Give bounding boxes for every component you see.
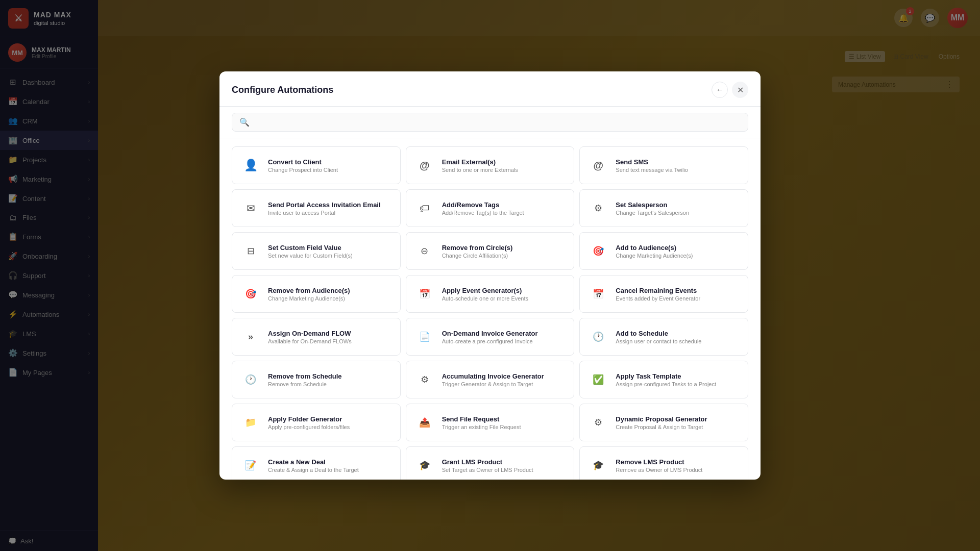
card-desc-dynamic-proposal-generator: Create Proposal & Assign to Target	[616, 424, 740, 430]
card-title-grant-lms-product: Grant LMS Product	[442, 458, 566, 466]
automation-card-assign-on-demand-flow[interactable]: » Assign On-Demand FLOW Available for On…	[232, 318, 401, 356]
card-text-create-new-deal: Create a New Deal Create & Assign a Deal…	[268, 458, 392, 473]
modal-back-button[interactable]: ←	[712, 82, 728, 98]
card-text-assign-on-demand-flow: Assign On-Demand FLOW Available for On-D…	[268, 330, 392, 344]
card-desc-add-to-audiences: Change Marketing Audience(s)	[616, 253, 740, 259]
automation-card-set-custom-field[interactable]: ⊟ Set Custom Field Value Set new value f…	[232, 232, 401, 270]
card-desc-create-new-deal: Create & Assign a Deal to the Target	[268, 467, 392, 473]
card-text-remove-from-circle: Remove from Circle(s) Change Circle Affi…	[442, 244, 566, 259]
card-title-send-sms: Send SMS	[616, 158, 740, 166]
card-title-add-to-audiences: Add to Audience(s)	[616, 244, 740, 252]
automation-card-apply-folder-generator[interactable]: 📁 Apply Folder Generator Apply pre-confi…	[232, 404, 401, 441]
card-icon-apply-event-generator: 📅	[414, 284, 435, 304]
card-text-send-portal-access: Send Portal Access Invitation Email Invi…	[268, 201, 392, 216]
card-desc-accumulating-invoice-generator: Trigger Generator & Assign to Target	[442, 381, 566, 387]
card-desc-remove-from-schedule: Remove from Schedule	[268, 381, 392, 387]
card-desc-add-to-schedule: Assign user or contact to schedule	[616, 338, 740, 344]
modal-close-button[interactable]: ✕	[732, 82, 748, 98]
card-icon-set-custom-field: ⊟	[240, 241, 261, 261]
automation-card-send-sms[interactable]: @ Send SMS Send text message via Twilio	[579, 146, 748, 184]
search-input[interactable]	[255, 118, 741, 127]
card-icon-apply-task-template: ✅	[588, 369, 608, 390]
card-text-grant-lms-product: Grant LMS Product Set Target as Owner of…	[442, 458, 566, 473]
card-text-apply-task-template: Apply Task Template Assign pre-configure…	[616, 372, 740, 387]
card-title-create-new-deal: Create a New Deal	[268, 458, 392, 466]
modal-header-actions: ← ✕	[712, 82, 748, 98]
card-icon-send-file-request: 📤	[414, 412, 435, 433]
card-desc-email-externals: Send to one or more Externals	[442, 167, 566, 173]
card-text-add-to-schedule: Add to Schedule Assign user or contact t…	[616, 330, 740, 344]
card-text-send-file-request: Send File Request Trigger an existing Fi…	[442, 415, 566, 430]
card-title-remove-from-audiences: Remove from Audience(s)	[268, 287, 392, 294]
automation-card-convert-to-client[interactable]: 👤 Convert to Client Change Prospect into…	[232, 146, 401, 184]
card-icon-add-to-audiences: 🎯	[588, 241, 608, 261]
card-desc-apply-folder-generator: Apply pre-configured folders/files	[268, 424, 392, 430]
automation-card-cancel-remaining-events[interactable]: 📅 Cancel Remaining Events Events added b…	[579, 275, 748, 313]
card-text-set-salesperson: Set Salesperson Change Target's Salesper…	[616, 201, 740, 216]
card-desc-remove-lms-product: Remove as Owner of LMS Product	[616, 467, 740, 473]
automation-card-add-remove-tags[interactable]: 🏷 Add/Remove Tags Add/Remove Tag(s) to t…	[406, 189, 575, 227]
card-text-convert-to-client: Convert to Client Change Prospect into C…	[268, 158, 392, 173]
search-wrapper: 🔍	[232, 113, 748, 132]
automation-card-create-new-deal[interactable]: 📝 Create a New Deal Create & Assign a De…	[232, 446, 401, 480]
automation-card-add-to-schedule[interactable]: 🕐 Add to Schedule Assign user or contact…	[579, 318, 748, 356]
modal-body: 👤 Convert to Client Change Prospect into…	[219, 138, 761, 480]
card-text-set-custom-field: Set Custom Field Value Set new value for…	[268, 244, 392, 259]
card-title-convert-to-client: Convert to Client	[268, 158, 392, 166]
card-icon-remove-from-schedule: 🕐	[240, 369, 261, 390]
card-title-dynamic-proposal-generator: Dynamic Proposal Generator	[616, 415, 740, 423]
card-title-set-custom-field: Set Custom Field Value	[268, 244, 392, 252]
automation-card-email-externals[interactable]: @ Email External(s) Send to one or more …	[406, 146, 575, 184]
card-icon-grant-lms-product: 🎓	[414, 455, 435, 475]
card-title-cancel-remaining-events: Cancel Remaining Events	[616, 287, 740, 294]
card-title-set-salesperson: Set Salesperson	[616, 201, 740, 209]
automation-card-remove-from-circle[interactable]: ⊖ Remove from Circle(s) Change Circle Af…	[406, 232, 575, 270]
automation-card-remove-from-audiences[interactable]: 🎯 Remove from Audience(s) Change Marketi…	[232, 275, 401, 313]
automation-card-send-portal-access[interactable]: ✉ Send Portal Access Invitation Email In…	[232, 189, 401, 227]
card-text-accumulating-invoice-generator: Accumulating Invoice Generator Trigger G…	[442, 372, 566, 387]
card-icon-send-portal-access: ✉	[240, 198, 261, 218]
card-title-email-externals: Email External(s)	[442, 158, 566, 166]
card-text-apply-event-generator: Apply Event Generator(s) Auto-schedule o…	[442, 287, 566, 302]
automation-card-apply-event-generator[interactable]: 📅 Apply Event Generator(s) Auto-schedule…	[406, 275, 575, 313]
automation-card-add-to-audiences[interactable]: 🎯 Add to Audience(s) Change Marketing Au…	[579, 232, 748, 270]
card-desc-cancel-remaining-events: Events added by Event Generator	[616, 295, 740, 302]
card-icon-remove-lms-product: 🎓	[588, 455, 608, 475]
card-text-remove-from-schedule: Remove from Schedule Remove from Schedul…	[268, 372, 392, 387]
card-title-apply-task-template: Apply Task Template	[616, 372, 740, 380]
automation-card-remove-lms-product[interactable]: 🎓 Remove LMS Product Remove as Owner of …	[579, 446, 748, 480]
card-text-dynamic-proposal-generator: Dynamic Proposal Generator Create Propos…	[616, 415, 740, 430]
automation-card-on-demand-invoice-generator[interactable]: 📄 On-Demand Invoice Generator Auto-creat…	[406, 318, 575, 356]
card-desc-on-demand-invoice-generator: Auto-create a pre-configured Invoice	[442, 338, 566, 344]
card-desc-send-portal-access: Invite user to access Portal	[268, 210, 392, 216]
card-icon-assign-on-demand-flow: »	[240, 327, 261, 347]
card-icon-add-to-schedule: 🕐	[588, 327, 608, 347]
card-text-apply-folder-generator: Apply Folder Generator Apply pre-configu…	[268, 415, 392, 430]
card-title-remove-from-circle: Remove from Circle(s)	[442, 244, 566, 252]
automation-card-dynamic-proposal-generator[interactable]: ⚙ Dynamic Proposal Generator Create Prop…	[579, 404, 748, 441]
automation-card-remove-from-schedule[interactable]: 🕐 Remove from Schedule Remove from Sched…	[232, 361, 401, 398]
card-text-add-to-audiences: Add to Audience(s) Change Marketing Audi…	[616, 244, 740, 259]
card-text-on-demand-invoice-generator: On-Demand Invoice Generator Auto-create …	[442, 330, 566, 344]
card-desc-remove-from-audiences: Change Marketing Audience(s)	[268, 295, 392, 302]
card-icon-remove-from-circle: ⊖	[414, 241, 435, 261]
card-text-remove-from-audiences: Remove from Audience(s) Change Marketing…	[268, 287, 392, 302]
card-desc-send-file-request: Trigger an existing File Request	[442, 424, 566, 430]
modal-search-area: 🔍	[219, 107, 761, 138]
card-icon-create-new-deal: 📝	[240, 455, 261, 475]
automation-card-grant-lms-product[interactable]: 🎓 Grant LMS Product Set Target as Owner …	[406, 446, 575, 480]
automation-card-accumulating-invoice-generator[interactable]: ⚙ Accumulating Invoice Generator Trigger…	[406, 361, 575, 398]
card-title-send-portal-access: Send Portal Access Invitation Email	[268, 201, 392, 209]
card-icon-convert-to-client: 👤	[240, 155, 261, 176]
automation-card-send-file-request[interactable]: 📤 Send File Request Trigger an existing …	[406, 404, 575, 441]
card-desc-set-custom-field: Set new value for Custom Field(s)	[268, 253, 392, 259]
card-icon-set-salesperson: ⚙	[588, 198, 608, 218]
automation-card-set-salesperson[interactable]: ⚙ Set Salesperson Change Target's Salesp…	[579, 189, 748, 227]
automation-grid: 👤 Convert to Client Change Prospect into…	[232, 146, 748, 480]
card-desc-grant-lms-product: Set Target as Owner of LMS Product	[442, 467, 566, 473]
card-title-remove-from-schedule: Remove from Schedule	[268, 372, 392, 380]
card-icon-send-sms: @	[588, 155, 608, 176]
card-title-accumulating-invoice-generator: Accumulating Invoice Generator	[442, 372, 566, 380]
automation-card-apply-task-template[interactable]: ✅ Apply Task Template Assign pre-configu…	[579, 361, 748, 398]
modal-header: Configure Automations ← ✕	[219, 71, 761, 107]
